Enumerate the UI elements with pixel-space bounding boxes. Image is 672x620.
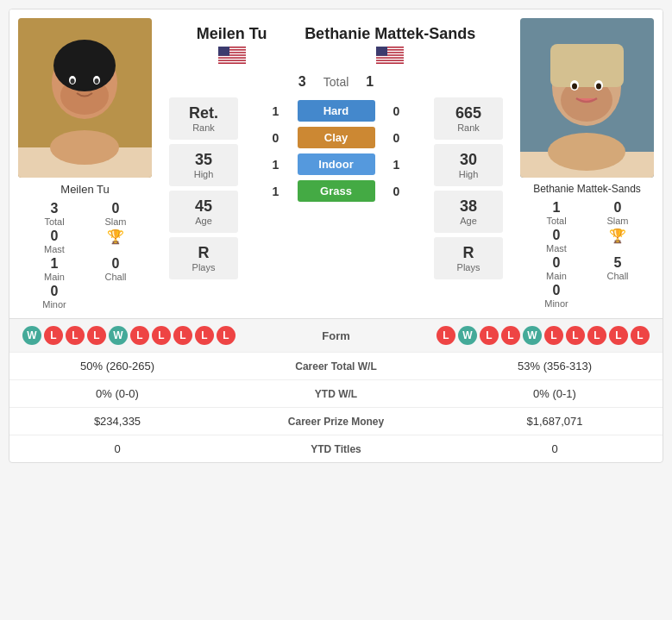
- player1-total-value: 3: [51, 201, 59, 216]
- svg-point-6: [71, 78, 75, 84]
- svg-rect-15: [218, 59, 246, 60]
- form-badge-l: L: [87, 326, 106, 345]
- svg-rect-16: [218, 61, 246, 63]
- player2-flag: [305, 47, 475, 64]
- player1-slam-value: 0: [112, 201, 120, 216]
- player2-rank-value: 665: [444, 104, 493, 122]
- prize-row: $234,335 Career Prize Money $1,687,071: [9, 407, 663, 435]
- player2-chall-cell: 5 Chall: [588, 255, 648, 281]
- player2-age-label: Age: [444, 216, 493, 226]
- player1-high-value: 35: [179, 151, 228, 169]
- player2-name-below: Bethanie Mattek-Sands: [533, 183, 641, 195]
- player1-ytd-titles: 0: [22, 442, 212, 455]
- svg-rect-23: [376, 59, 404, 60]
- player1-chall-value: 0: [112, 256, 120, 272]
- player2-slam-cell: 0 Slam: [588, 200, 648, 226]
- svg-rect-29: [550, 44, 624, 87]
- form-badge-l: L: [501, 326, 520, 345]
- player2-ytd-wl: 0% (0-1): [460, 387, 650, 400]
- ytd-titles-row: 0 YTD Titles 0: [9, 435, 663, 462]
- player1-minor-cell: 0 Minor: [25, 284, 85, 310]
- ytd-wl-row: 0% (0-0) YTD W/L 0% (0-1): [9, 379, 663, 407]
- player-section: Meilen Tu 3 Total 0 Slam 0 Mast 🏆: [9, 9, 663, 318]
- career-wl-row: 50% (260-265) Career Total W/L 53% (356-…: [9, 352, 663, 379]
- player2-grass-score: 0: [388, 185, 405, 198]
- player2-slam-label: Slam: [606, 216, 628, 226]
- form-badge-l: L: [436, 326, 455, 345]
- total-label: Total: [323, 75, 349, 89]
- svg-rect-25: [376, 47, 387, 56]
- player1-trophy-cell: 🏆: [86, 229, 146, 254]
- player2-trophy-icon: 🏆: [609, 228, 626, 244]
- clay-row: 0 Clay 0: [267, 127, 405, 148]
- player1-age-value: 45: [179, 197, 228, 216]
- player2-chall-label: Chall: [606, 271, 628, 281]
- player2-high-label: High: [444, 169, 493, 179]
- player1-minor-label: Minor: [42, 299, 66, 310]
- player1-age-label: Age: [179, 216, 228, 226]
- player2-total-cell: 1 Total: [527, 200, 587, 226]
- player1-stats-grid: 3 Total 0 Slam 0 Mast 🏆 1 Main: [25, 201, 146, 310]
- player2-stats-grid: 1 Total 0 Slam 0 Mast 🏆 0 Main: [527, 200, 648, 309]
- player-names-row: Meilen Tu: [160, 18, 512, 71]
- form-badge-l: L: [130, 326, 149, 345]
- player1-main-cell: 1 Main: [25, 256, 85, 282]
- form-badge-w: W: [109, 326, 128, 345]
- player1-flag: [197, 47, 267, 64]
- player2-minor-cell: 0 Minor: [527, 283, 587, 309]
- svg-rect-24: [376, 61, 404, 63]
- indoor-row: 1 Indoor 1: [267, 153, 405, 175]
- player1-total-top: 3: [298, 74, 306, 90]
- player1-rank-box: Ret. Rank: [169, 97, 238, 140]
- player1-career-wl: 50% (260-265): [22, 360, 212, 373]
- form-label: Form: [322, 329, 350, 342]
- player2-high-box: 30 High: [434, 144, 503, 186]
- form-badge-l: L: [173, 326, 192, 345]
- form-badge-w: W: [523, 326, 542, 345]
- player2-right: Bethanie Mattek-Sands 1 Total 0 Slam 0 M…: [512, 18, 663, 310]
- form-badge-l: L: [480, 326, 499, 345]
- player2-mast-label: Mast: [546, 243, 567, 254]
- player1-clay-score: 0: [267, 131, 285, 145]
- player2-header: Bethanie Mattek-Sands: [305, 25, 475, 64]
- player1-trophy-icon: 🏆: [107, 229, 124, 245]
- player1-high-label: High: [179, 169, 228, 179]
- player2-mast-cell: 0 Mast: [527, 228, 587, 254]
- player1-name-top: Meilen Tu: [197, 25, 267, 43]
- player1-ytd-wl: 0% (0-0): [22, 387, 212, 400]
- form-badge-l: L: [609, 326, 628, 345]
- indoor-badge: Indoor: [298, 153, 375, 175]
- player1-photo: [18, 18, 152, 178]
- player1-name-below: Meilen Tu: [60, 183, 109, 196]
- player2-form: LWLLWLLLLL: [436, 326, 650, 345]
- player2-stat-boxes: 665 Rank 30 High 38 Age R Plays: [430, 93, 512, 310]
- player2-mast-value: 0: [553, 228, 561, 243]
- player2-slam-value: 0: [614, 200, 622, 216]
- comparison-card: Meilen Tu 3 Total 0 Slam 0 Mast 🏆: [9, 9, 663, 463]
- player2-ytd-titles: 0: [460, 442, 650, 455]
- hard-row: 1 Hard 0: [267, 100, 405, 122]
- player2-hard-score: 0: [388, 104, 405, 118]
- player2-age-box: 38 Age: [434, 191, 503, 233]
- svg-point-35: [548, 133, 625, 171]
- player2-minor-value: 0: [553, 283, 561, 298]
- player1-mast-label: Mast: [44, 244, 65, 254]
- player2-plays-box: R Plays: [434, 237, 503, 279]
- clay-badge: Clay: [298, 127, 375, 148]
- player2-main-value: 0: [553, 255, 561, 271]
- svg-rect-14: [218, 56, 246, 58]
- career-wl-label: Career Total W/L: [212, 360, 460, 373]
- player1-main-label: Main: [44, 272, 65, 282]
- player2-photo: [520, 18, 654, 178]
- player2-career-wl: 53% (356-313): [460, 360, 650, 373]
- player2-chall-value: 5: [614, 255, 622, 271]
- player1-header: Meilen Tu: [197, 25, 267, 64]
- player2-prize: $1,687,071: [460, 415, 650, 428]
- player1-slam-cell: 0 Slam: [86, 201, 146, 227]
- player1-chall-label: Chall: [104, 272, 126, 282]
- player2-minor-label: Minor: [544, 298, 568, 309]
- total-row: 3 Total 1: [160, 74, 512, 90]
- form-section: WLLLWLLLLL Form LWLLWLLLLL: [9, 318, 663, 352]
- form-badge-l: L: [195, 326, 214, 345]
- player1-stat-boxes: Ret. Rank 35 High 45 Age R Plays: [160, 93, 242, 310]
